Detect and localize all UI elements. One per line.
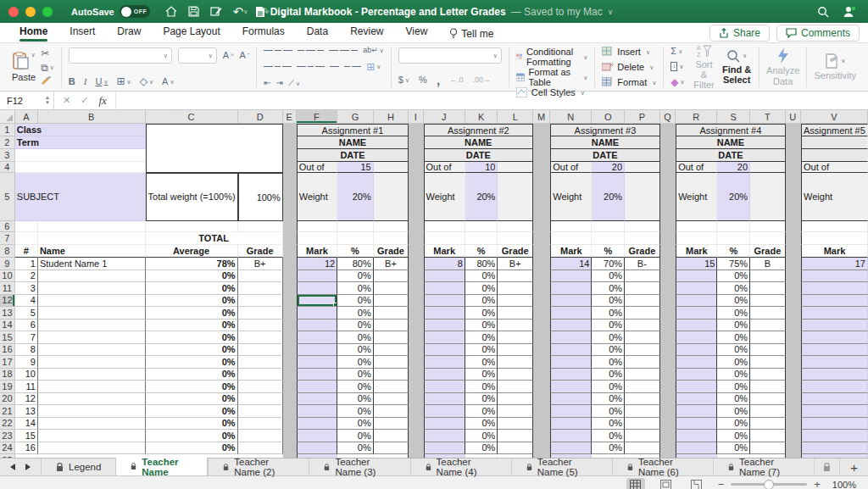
cell-O25[interactable] <box>592 454 625 458</box>
cell-I17[interactable] <box>409 356 423 369</box>
column-header-M[interactable]: M <box>533 110 550 124</box>
cell-M22[interactable] <box>533 418 550 431</box>
row-header-4[interactable]: 4 <box>0 162 15 173</box>
cell-I11[interactable] <box>409 282 423 295</box>
cell-A4[interactable] <box>15 162 146 173</box>
bold-button[interactable]: B <box>69 77 75 86</box>
cell-V15[interactable] <box>801 331 868 344</box>
cell-J13[interactable] <box>424 307 465 320</box>
cell-Q6[interactable] <box>660 221 676 232</box>
cell-S25[interactable] <box>717 454 750 458</box>
cell-C11[interactable]: 0% <box>146 282 238 295</box>
cell-A5[interactable]: SUBJECT <box>15 173 146 221</box>
cell-P18[interactable] <box>625 369 660 381</box>
redo-icon[interactable]: ↷ <box>259 4 270 19</box>
cell-O13[interactable]: 0% <box>592 307 625 320</box>
cell-N15[interactable] <box>550 331 592 344</box>
cell-F6[interactable] <box>297 221 338 232</box>
cell-R14[interactable] <box>676 320 717 332</box>
cell-M15[interactable] <box>533 331 550 344</box>
cell-R16[interactable] <box>676 344 717 357</box>
cell-R18[interactable] <box>676 369 717 381</box>
cell-F2[interactable]: NAME <box>297 136 409 149</box>
cell-K7[interactable] <box>465 232 498 245</box>
cell-R15[interactable] <box>676 331 717 344</box>
cell-G4[interactable]: 15 <box>337 162 373 173</box>
cell-I24[interactable] <box>409 442 423 455</box>
cell-F3[interactable]: DATE <box>297 149 409 162</box>
cell-L6[interactable] <box>498 221 533 232</box>
cell-F8[interactable]: Mark <box>297 245 338 258</box>
cell-H4[interactable] <box>374 162 409 173</box>
ribbon-tab-view[interactable]: View <box>395 23 439 42</box>
cell-E5[interactable] <box>283 173 297 221</box>
cell-E1[interactable] <box>283 124 297 136</box>
cell-T20[interactable] <box>750 393 786 406</box>
row-header-12[interactable]: 12 <box>0 295 15 308</box>
cell-U12[interactable] <box>786 295 801 308</box>
column-header-V[interactable]: V <box>801 110 868 124</box>
cell-C24[interactable]: 0% <box>146 442 238 455</box>
cell-E10[interactable] <box>283 270 297 283</box>
cell-P8[interactable]: Grade <box>625 245 660 258</box>
cell-O17[interactable]: 0% <box>592 356 625 369</box>
cell-F1[interactable]: Assignment #1 <box>297 124 409 136</box>
column-header-H[interactable]: H <box>374 110 409 124</box>
cell-T8[interactable]: Grade <box>750 245 786 258</box>
cell-P11[interactable] <box>625 282 660 295</box>
column-header-C[interactable]: C <box>146 110 238 124</box>
cell-J4[interactable]: Out of <box>424 162 465 173</box>
cell-J16[interactable] <box>424 344 465 357</box>
cell-S24[interactable]: 0% <box>717 442 750 455</box>
cell-I4[interactable] <box>409 162 423 173</box>
copy-button[interactable]: ⧉∨ <box>41 63 54 73</box>
cell-T6[interactable] <box>750 221 786 232</box>
cell-P6[interactable] <box>625 221 660 232</box>
cell-N19[interactable] <box>550 381 592 393</box>
cell-B10[interactable] <box>38 270 146 283</box>
cell-U20[interactable] <box>786 393 801 406</box>
comma-format-button[interactable]: , <box>437 74 440 86</box>
cell-L16[interactable] <box>498 344 533 357</box>
cell-N21[interactable] <box>550 405 592 418</box>
increase-indent-icon[interactable]: ⇥ <box>276 79 283 87</box>
cell-D10[interactable] <box>238 270 283 283</box>
cell-L21[interactable] <box>498 405 533 418</box>
cell-I16[interactable] <box>409 344 423 357</box>
cell-D12[interactable] <box>238 295 283 308</box>
cell-M3[interactable] <box>533 149 550 162</box>
autosave-toggle[interactable]: AutoSave OFF <box>71 5 150 18</box>
cell-F10[interactable] <box>297 270 338 283</box>
cell-M6[interactable] <box>533 221 550 232</box>
cell-K8[interactable]: % <box>465 245 498 258</box>
cell-K4[interactable]: 10 <box>465 162 498 173</box>
cell-E3[interactable] <box>283 149 297 162</box>
cell-R9[interactable]: 15 <box>676 258 717 270</box>
cell-F4[interactable]: Out of <box>297 162 338 173</box>
column-header-J[interactable]: J <box>424 110 465 124</box>
sensitivity-button[interactable]: ∨ Sensitivity <box>814 53 856 81</box>
cell-M8[interactable] <box>533 245 550 258</box>
cell-N8[interactable]: Mark <box>550 245 592 258</box>
cell-E9[interactable] <box>283 258 297 270</box>
cell-H19[interactable] <box>374 381 409 393</box>
italic-button[interactable]: I <box>84 77 87 86</box>
cell-V2[interactable] <box>801 136 868 149</box>
cell-M20[interactable] <box>533 393 550 406</box>
cell-B6[interactable] <box>38 221 146 232</box>
cell-H14[interactable] <box>374 320 409 332</box>
cell-F19[interactable] <box>297 381 338 393</box>
cell-K9[interactable]: 80% <box>465 258 498 270</box>
cell-R13[interactable] <box>676 307 717 320</box>
cell-N3[interactable]: DATE <box>550 149 659 162</box>
cell-Q18[interactable] <box>660 369 676 381</box>
sort-filter-button[interactable]: AZ Sort & Filter <box>692 44 717 90</box>
cell-A13[interactable]: 5 <box>15 307 38 320</box>
cell-G25[interactable] <box>337 454 373 458</box>
cell-D20[interactable] <box>238 393 283 406</box>
cell-P9[interactable]: B- <box>625 258 660 270</box>
cancel-entry-icon[interactable]: ✕ <box>63 95 70 106</box>
cell-F25[interactable] <box>297 454 338 458</box>
cell-C8[interactable]: Average <box>146 245 238 258</box>
cell-D16[interactable] <box>238 344 283 357</box>
